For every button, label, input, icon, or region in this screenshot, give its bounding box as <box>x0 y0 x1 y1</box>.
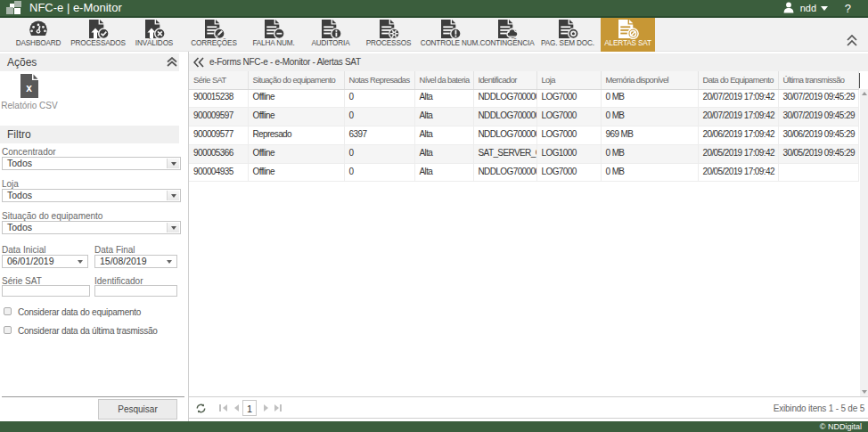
svg-text:x: x <box>26 82 32 94</box>
